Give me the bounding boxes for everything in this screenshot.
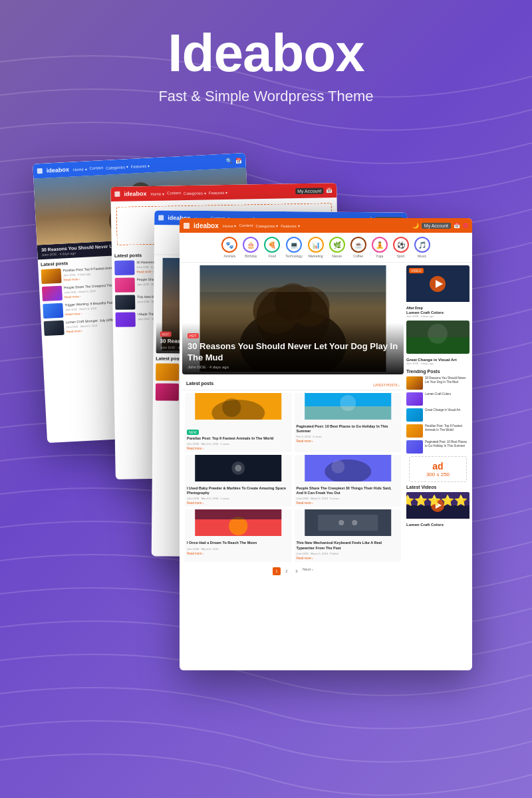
nav-links-1: Home ▾ContactCategories ▾Features ▾ xyxy=(73,163,150,172)
nav-right-2: My Account 📅 xyxy=(295,188,332,194)
post-2-thumb-3 xyxy=(115,295,135,310)
great-change-card-4: Great Change in Visual Art John DOE · 4 … xyxy=(406,321,469,365)
featured-title-4: 30 Reasons You Should Never Let Your Dog… xyxy=(188,341,398,364)
left-main-4: HOT 30 Reasons You Should Never Let Your… xyxy=(182,265,404,578)
cat-4-food: 🍕 Food xyxy=(264,237,280,258)
cat-4-sport: ⚽ Sport xyxy=(393,237,409,258)
svg-point-38 xyxy=(338,520,344,525)
nav-logo-1: ideabox xyxy=(47,166,69,174)
nav-links-4: Home ▾ContentCategories ▾Features ▾ xyxy=(223,223,300,228)
hero-subtitle: Fast & Simple Wordpress Theme xyxy=(158,88,373,105)
pagination-4: 1 2 3 Next › xyxy=(182,565,404,578)
grid-post-4-4: People Share The Creepiest 30 Things The… xyxy=(295,455,402,507)
sidebar-featured-card-4: VIDEO After Drop Lumen Craft Colors John… xyxy=(406,265,469,318)
cat-4-music: 🎵 Music xyxy=(414,237,430,258)
cat-4-tech: 💻 Technology xyxy=(285,237,302,258)
cat-4-birthday: 🎂 Birthday xyxy=(243,237,259,258)
cat-4-yoga: 🧘 Yoga xyxy=(372,237,388,258)
post-thumb-1 xyxy=(41,269,62,285)
trending-4-1: 30 Reasons You Should Never Let Your Dog… xyxy=(406,376,469,390)
svg-point-34 xyxy=(229,517,247,535)
grid-post-4-5: I Once Had a Dream To Reach The Moon Joh… xyxy=(185,509,292,561)
nav-bar-2: ideabox Home ▾ContentCategories ▾Feature… xyxy=(110,183,336,201)
svg-point-45 xyxy=(428,324,448,344)
featured-article-4: HOT 30 Reasons You Should Never Let Your… xyxy=(182,265,404,374)
grid-post-4-3: I Used Baby Powder & Marbles To Create A… xyxy=(185,455,292,507)
grid-post-4-6: This New Mechanical Keyboard Feels Like … xyxy=(295,509,402,561)
trending-4-2: Lumen Craft Colors xyxy=(406,392,469,406)
grid-post-4-2: Paginated Post: 10 Best Places to Go Hol… xyxy=(295,393,402,452)
cat-4-nature: 🌿 Nature xyxy=(329,237,345,258)
right-sidebar-4: VIDEO After Drop Lumen Craft Colors John… xyxy=(406,265,469,578)
cat-4-animals: 🐾 Animals xyxy=(221,237,237,258)
trending-4-4: Parallax Post: Top 9 Fastest Animals In … xyxy=(406,424,469,438)
post-grid-4: NEW Parallax Post: Top 9 Fastest Animals… xyxy=(182,390,404,565)
cat-4-marketing: 📊 Marketing xyxy=(308,237,324,258)
trending-4-3: Great Change in Visual Art xyxy=(406,408,469,422)
trending-4-5: Paginated Post: 10 Best Places to Go Hol… xyxy=(406,440,469,454)
nav-logo-4: ideabox xyxy=(194,222,219,229)
svg-point-39 xyxy=(352,520,357,525)
svg-rect-20 xyxy=(200,265,386,292)
svg-rect-35 xyxy=(195,509,281,519)
hero-title: Ideabox xyxy=(168,27,364,80)
svg-rect-37 xyxy=(318,515,378,531)
latest-videos-4: Latest Videos ⭐⭐⭐⭐⭐ xyxy=(406,485,469,527)
cat-4-coffee: ☕ Coffee xyxy=(350,237,366,258)
main-container: Ideabox Fast & Simple Wordpress Theme id… xyxy=(0,0,532,710)
latest-posts-header-4: Latest posts LATEST POSTS › xyxy=(182,378,404,390)
post-2-thumb-1 xyxy=(114,260,134,275)
featured-overlay-4: HOT 30 Reasons You Should Never Let Your… xyxy=(182,323,404,374)
nav-right-4: 🌙 My Account 📅 xyxy=(412,223,468,229)
post-2-thumb-2 xyxy=(115,277,135,293)
screenshots-container: ideabox Home ▾ContactCategories ▾Feature… xyxy=(33,145,499,710)
svg-point-32 xyxy=(331,460,344,473)
svg-point-29 xyxy=(235,465,241,471)
nav-links-2: Home ▾ContentCategories ▾Features ▾ xyxy=(150,190,227,196)
post-thumb-3 xyxy=(43,303,63,319)
ad-box-4: ad 300 x 250 xyxy=(409,456,467,482)
post-thumb-4 xyxy=(44,321,65,336)
main-layout-4: HOT 30 Reasons You Should Never Let Your… xyxy=(180,263,472,581)
grid-post-4-1: NEW Parallax Post: Top 9 Fastest Animals… xyxy=(185,393,292,452)
nav-bar-4: ideabox Home ▾ContentCategories ▾Feature… xyxy=(180,218,472,233)
svg-point-23 xyxy=(222,398,241,417)
post-2-thumb-4 xyxy=(115,312,135,327)
svg-point-26 xyxy=(340,395,356,411)
categories-row-4: 🐾 Animals 🎂 Birthday 🍕 Food 💻 Technology… xyxy=(180,233,472,263)
nav-right-1: 🔍 📅 xyxy=(225,158,241,164)
post-thumb-2 xyxy=(42,286,63,302)
nav-logo-2: ideabox xyxy=(124,190,146,198)
trending-posts-4: Trending Posts 30 Reasons You Should Nev… xyxy=(406,369,469,454)
screenshot-4: ideabox Home ▾ContentCategories ▾Feature… xyxy=(180,218,472,670)
